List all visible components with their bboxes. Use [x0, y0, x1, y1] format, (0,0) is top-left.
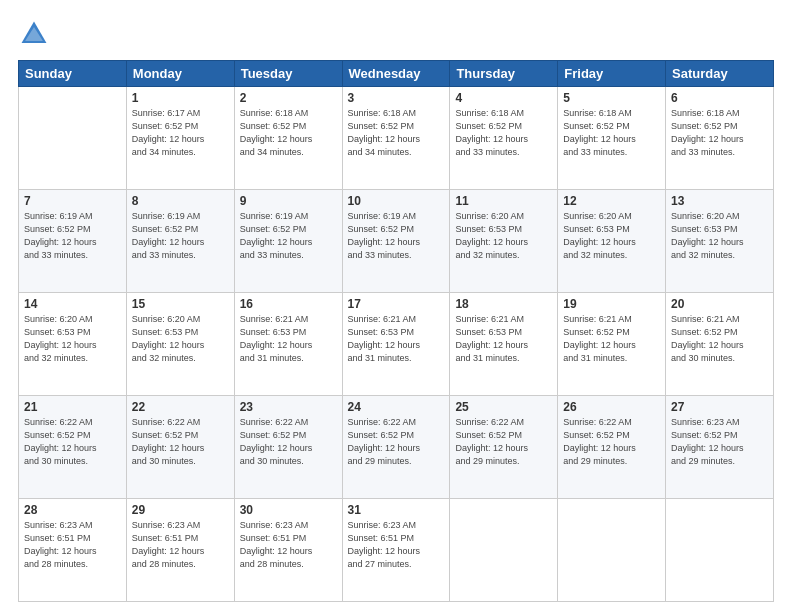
logo-icon — [18, 18, 50, 50]
calendar-header-thursday: Thursday — [450, 61, 558, 87]
day-number: 11 — [455, 194, 552, 208]
calendar-cell: 13Sunrise: 6:20 AM Sunset: 6:53 PM Dayli… — [666, 190, 774, 293]
calendar-cell: 18Sunrise: 6:21 AM Sunset: 6:53 PM Dayli… — [450, 293, 558, 396]
day-number: 16 — [240, 297, 337, 311]
day-number: 4 — [455, 91, 552, 105]
day-info: Sunrise: 6:23 AM Sunset: 6:51 PM Dayligh… — [240, 519, 337, 571]
day-info: Sunrise: 6:22 AM Sunset: 6:52 PM Dayligh… — [563, 416, 660, 468]
day-number: 6 — [671, 91, 768, 105]
day-number: 5 — [563, 91, 660, 105]
day-info: Sunrise: 6:20 AM Sunset: 6:53 PM Dayligh… — [563, 210, 660, 262]
calendar-header-saturday: Saturday — [666, 61, 774, 87]
day-number: 30 — [240, 503, 337, 517]
calendar-cell: 21Sunrise: 6:22 AM Sunset: 6:52 PM Dayli… — [19, 396, 127, 499]
calendar-cell: 20Sunrise: 6:21 AM Sunset: 6:52 PM Dayli… — [666, 293, 774, 396]
day-info: Sunrise: 6:20 AM Sunset: 6:53 PM Dayligh… — [455, 210, 552, 262]
day-info: Sunrise: 6:23 AM Sunset: 6:52 PM Dayligh… — [671, 416, 768, 468]
calendar-week-2: 7Sunrise: 6:19 AM Sunset: 6:52 PM Daylig… — [19, 190, 774, 293]
calendar-cell: 31Sunrise: 6:23 AM Sunset: 6:51 PM Dayli… — [342, 499, 450, 602]
calendar-cell — [450, 499, 558, 602]
day-info: Sunrise: 6:20 AM Sunset: 6:53 PM Dayligh… — [671, 210, 768, 262]
day-number: 10 — [348, 194, 445, 208]
calendar-cell: 29Sunrise: 6:23 AM Sunset: 6:51 PM Dayli… — [126, 499, 234, 602]
calendar-cell: 1Sunrise: 6:17 AM Sunset: 6:52 PM Daylig… — [126, 87, 234, 190]
day-info: Sunrise: 6:19 AM Sunset: 6:52 PM Dayligh… — [348, 210, 445, 262]
day-info: Sunrise: 6:18 AM Sunset: 6:52 PM Dayligh… — [455, 107, 552, 159]
calendar-header-friday: Friday — [558, 61, 666, 87]
day-info: Sunrise: 6:18 AM Sunset: 6:52 PM Dayligh… — [240, 107, 337, 159]
calendar-cell — [666, 499, 774, 602]
day-info: Sunrise: 6:18 AM Sunset: 6:52 PM Dayligh… — [348, 107, 445, 159]
calendar-cell: 27Sunrise: 6:23 AM Sunset: 6:52 PM Dayli… — [666, 396, 774, 499]
day-info: Sunrise: 6:22 AM Sunset: 6:52 PM Dayligh… — [240, 416, 337, 468]
day-number: 8 — [132, 194, 229, 208]
calendar-cell: 2Sunrise: 6:18 AM Sunset: 6:52 PM Daylig… — [234, 87, 342, 190]
calendar-header-monday: Monday — [126, 61, 234, 87]
day-info: Sunrise: 6:22 AM Sunset: 6:52 PM Dayligh… — [132, 416, 229, 468]
day-number: 19 — [563, 297, 660, 311]
day-number: 9 — [240, 194, 337, 208]
day-number: 17 — [348, 297, 445, 311]
day-info: Sunrise: 6:17 AM Sunset: 6:52 PM Dayligh… — [132, 107, 229, 159]
calendar-cell: 28Sunrise: 6:23 AM Sunset: 6:51 PM Dayli… — [19, 499, 127, 602]
logo — [18, 18, 54, 50]
calendar-week-3: 14Sunrise: 6:20 AM Sunset: 6:53 PM Dayli… — [19, 293, 774, 396]
calendar-cell: 5Sunrise: 6:18 AM Sunset: 6:52 PM Daylig… — [558, 87, 666, 190]
calendar-header-wednesday: Wednesday — [342, 61, 450, 87]
calendar-cell: 17Sunrise: 6:21 AM Sunset: 6:53 PM Dayli… — [342, 293, 450, 396]
day-info: Sunrise: 6:18 AM Sunset: 6:52 PM Dayligh… — [671, 107, 768, 159]
day-number: 18 — [455, 297, 552, 311]
calendar-table: SundayMondayTuesdayWednesdayThursdayFrid… — [18, 60, 774, 602]
calendar-cell: 19Sunrise: 6:21 AM Sunset: 6:52 PM Dayli… — [558, 293, 666, 396]
day-number: 23 — [240, 400, 337, 414]
calendar-cell — [19, 87, 127, 190]
day-info: Sunrise: 6:21 AM Sunset: 6:53 PM Dayligh… — [348, 313, 445, 365]
calendar-cell: 7Sunrise: 6:19 AM Sunset: 6:52 PM Daylig… — [19, 190, 127, 293]
page: SundayMondayTuesdayWednesdayThursdayFrid… — [0, 0, 792, 612]
calendar-cell: 23Sunrise: 6:22 AM Sunset: 6:52 PM Dayli… — [234, 396, 342, 499]
day-number: 7 — [24, 194, 121, 208]
day-number: 26 — [563, 400, 660, 414]
day-info: Sunrise: 6:19 AM Sunset: 6:52 PM Dayligh… — [24, 210, 121, 262]
calendar-header-sunday: Sunday — [19, 61, 127, 87]
day-number: 27 — [671, 400, 768, 414]
day-info: Sunrise: 6:20 AM Sunset: 6:53 PM Dayligh… — [24, 313, 121, 365]
calendar-week-1: 1Sunrise: 6:17 AM Sunset: 6:52 PM Daylig… — [19, 87, 774, 190]
calendar-cell: 4Sunrise: 6:18 AM Sunset: 6:52 PM Daylig… — [450, 87, 558, 190]
calendar-cell: 16Sunrise: 6:21 AM Sunset: 6:53 PM Dayli… — [234, 293, 342, 396]
calendar-cell: 24Sunrise: 6:22 AM Sunset: 6:52 PM Dayli… — [342, 396, 450, 499]
calendar-cell: 25Sunrise: 6:22 AM Sunset: 6:52 PM Dayli… — [450, 396, 558, 499]
day-number: 25 — [455, 400, 552, 414]
calendar-cell: 6Sunrise: 6:18 AM Sunset: 6:52 PM Daylig… — [666, 87, 774, 190]
calendar-cell: 10Sunrise: 6:19 AM Sunset: 6:52 PM Dayli… — [342, 190, 450, 293]
calendar-cell: 26Sunrise: 6:22 AM Sunset: 6:52 PM Dayli… — [558, 396, 666, 499]
calendar-cell: 11Sunrise: 6:20 AM Sunset: 6:53 PM Dayli… — [450, 190, 558, 293]
day-info: Sunrise: 6:21 AM Sunset: 6:52 PM Dayligh… — [671, 313, 768, 365]
calendar-cell: 8Sunrise: 6:19 AM Sunset: 6:52 PM Daylig… — [126, 190, 234, 293]
day-number: 1 — [132, 91, 229, 105]
day-info: Sunrise: 6:23 AM Sunset: 6:51 PM Dayligh… — [132, 519, 229, 571]
day-info: Sunrise: 6:21 AM Sunset: 6:52 PM Dayligh… — [563, 313, 660, 365]
day-number: 13 — [671, 194, 768, 208]
day-number: 2 — [240, 91, 337, 105]
day-number: 28 — [24, 503, 121, 517]
calendar-cell: 14Sunrise: 6:20 AM Sunset: 6:53 PM Dayli… — [19, 293, 127, 396]
day-info: Sunrise: 6:23 AM Sunset: 6:51 PM Dayligh… — [24, 519, 121, 571]
day-info: Sunrise: 6:22 AM Sunset: 6:52 PM Dayligh… — [24, 416, 121, 468]
calendar-cell: 9Sunrise: 6:19 AM Sunset: 6:52 PM Daylig… — [234, 190, 342, 293]
day-number: 29 — [132, 503, 229, 517]
day-number: 21 — [24, 400, 121, 414]
day-info: Sunrise: 6:22 AM Sunset: 6:52 PM Dayligh… — [348, 416, 445, 468]
calendar-cell — [558, 499, 666, 602]
day-info: Sunrise: 6:23 AM Sunset: 6:51 PM Dayligh… — [348, 519, 445, 571]
day-number: 12 — [563, 194, 660, 208]
day-info: Sunrise: 6:19 AM Sunset: 6:52 PM Dayligh… — [240, 210, 337, 262]
day-info: Sunrise: 6:21 AM Sunset: 6:53 PM Dayligh… — [240, 313, 337, 365]
day-number: 31 — [348, 503, 445, 517]
day-number: 24 — [348, 400, 445, 414]
header — [18, 18, 774, 50]
day-info: Sunrise: 6:20 AM Sunset: 6:53 PM Dayligh… — [132, 313, 229, 365]
calendar-cell: 12Sunrise: 6:20 AM Sunset: 6:53 PM Dayli… — [558, 190, 666, 293]
day-info: Sunrise: 6:22 AM Sunset: 6:52 PM Dayligh… — [455, 416, 552, 468]
day-number: 22 — [132, 400, 229, 414]
